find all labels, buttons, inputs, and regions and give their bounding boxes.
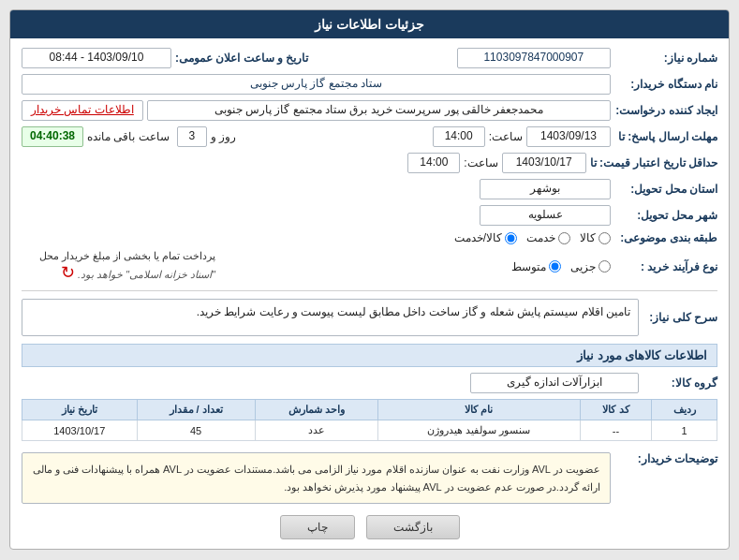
noe-motevaset-label: متوسط xyxy=(511,260,546,273)
tarikh-value: 1403/09/10 - 08:44 xyxy=(22,48,171,68)
col-tarikh: تاریخ نیاز xyxy=(22,400,138,420)
tabaghe-kala-khedmat-label: کالا/خدمت xyxy=(454,231,502,244)
payment-note: پرداخت تمام یا بخشی از مبلغ خریدار محل "… xyxy=(22,250,215,283)
ijad-konande-value: محمدجعفر خالقی پور سرپرست خرید برق ستاد … xyxy=(147,100,611,121)
page-title: جزئیات اطلاعات نیاز xyxy=(315,17,424,32)
mohlat-time: 14:00 xyxy=(433,126,485,147)
back-button[interactable]: بازگشت xyxy=(366,515,460,539)
mohlat-countdown: 04:40:38 xyxy=(22,126,83,147)
card-header: جزئیات اطلاعات نیاز xyxy=(10,10,729,38)
tozihat-label: توضیحات خریدار: xyxy=(614,452,717,465)
hadaghal-time-label: ساعت: xyxy=(464,156,497,169)
col-kod-kala: کد کالا xyxy=(580,400,652,420)
noe-jozii-radio[interactable] xyxy=(599,260,611,273)
cell-vahed: عدد xyxy=(255,420,377,441)
table-row: 1 -- سنسور سولفید هیدروژن عدد 45 1403/10… xyxy=(22,420,717,441)
hadaghal-label: حداقل تاریخ اعتبار قیمت: تا xyxy=(590,156,717,169)
tabaghe-kala-khedmat-radio[interactable] xyxy=(505,232,517,244)
sarh-value: تامین اقلام سیستم پایش شعله و گاز ساخت د… xyxy=(22,299,639,336)
table-head: ردیف کد کالا نام کالا واحد شمارش تعداد /… xyxy=(22,400,717,420)
tarikh-label: تاریخ و ساعت اعلان عمومی: xyxy=(175,52,308,65)
cell-nam: سنسور سولفید هیدروژن xyxy=(377,420,580,441)
shomare-niaz-row: شماره نیاز: 1103097847000907 تاریخ و ساع… xyxy=(22,48,717,68)
sarh-label: سرح کلی نیاز: xyxy=(643,311,717,324)
noe-jozii-option[interactable]: جزیی xyxy=(570,260,611,273)
noe-jozii-label: جزیی xyxy=(570,260,596,273)
tabaghe-kala-option[interactable]: کالا xyxy=(580,231,611,244)
nam-dastgah-value: ستاد مجتمع گاز پارس جنوبی xyxy=(22,74,611,95)
noe-motevaset-radio[interactable] xyxy=(549,260,561,273)
ostan-value: بوشهر xyxy=(480,179,611,199)
shahr-label: شهر محل تحویل: xyxy=(614,209,717,222)
card-body: شماره نیاز: 1103097847000907 تاریخ و ساع… xyxy=(10,38,729,549)
mohlat-row: مهلت ارسال پاسخ: تا 1403/09/13 ساعت: 14:… xyxy=(22,126,717,147)
tabaghe-khedmat-option[interactable]: خدمت xyxy=(526,231,570,244)
mohlat-countdown-label: ساعت باقی مانده xyxy=(87,130,170,143)
noe-farayand-label: نوع فرآیند خرید : xyxy=(614,260,717,273)
hadaghal-date: 1403/10/17 xyxy=(502,153,586,173)
hadaghal-time: 14:00 xyxy=(407,153,460,173)
group-kala-label: گروه کالا: xyxy=(643,376,717,390)
cell-radif: 1 xyxy=(652,420,717,441)
ostan-label: استان محل تحویل: xyxy=(614,183,717,196)
tabaghe-kala-radio[interactable] xyxy=(599,232,611,244)
table-body: 1 -- سنسور سولفید هیدروژن عدد 45 1403/10… xyxy=(22,420,717,441)
main-card: جزئیات اطلاعات نیاز شماره نیاز: 11030978… xyxy=(9,9,730,550)
etelaatTamas-link[interactable]: اطلاعات تماس خریدار xyxy=(22,100,143,121)
noe-motevaset-option[interactable]: متوسط xyxy=(511,260,561,273)
col-radif: ردیف xyxy=(652,400,717,420)
col-nam-kala: نام کالا xyxy=(377,400,580,420)
divider-1 xyxy=(22,290,717,291)
sarh-row: سرح کلی نیاز: تامین اقلام سیستم پایش شعل… xyxy=(22,299,717,336)
tozihat-value: عضویت در AVL وزارت نفت به عنوان سازنده ا… xyxy=(22,452,611,504)
red-arrow-icon: ↻ xyxy=(61,262,75,283)
noe-farayand-radio-group: جزیی متوسط xyxy=(417,260,611,273)
table-header-row: ردیف کد کالا نام کالا واحد شمارش تعداد /… xyxy=(22,400,717,420)
tabaghe-kala-khedmat-option[interactable]: کالا/خدمت xyxy=(454,231,517,244)
mohlat-date: 1403/09/13 xyxy=(526,126,611,147)
kala-table: ردیف کد کالا نام کالا واحد شمارش تعداد /… xyxy=(22,399,717,441)
cell-tarikh: 1403/10/17 xyxy=(22,420,138,441)
tabaghe-kala-label: کالا xyxy=(580,231,596,244)
shomare-niaz-label: شماره نیاز: xyxy=(614,52,717,65)
hadaghal-row: حداقل تاریخ اعتبار قیمت: تا 1403/10/17 س… xyxy=(22,153,717,173)
group-kala-value: ابزارآلات اندازه گیری xyxy=(470,373,639,393)
page-wrapper: جزئیات اطلاعات نیاز شماره نیاز: 11030978… xyxy=(0,0,739,560)
cell-kod: -- xyxy=(580,420,652,441)
cell-tedad: 45 xyxy=(137,420,255,441)
ijad-konande-row: ایجاد کننده درخواست: محمدجعفر خالقی پور … xyxy=(22,100,717,121)
tozihat-row: توضیحات خریدار: عضویت در AVL وزارت نفت ب… xyxy=(22,449,717,504)
col-tedad: تعداد / مقدار xyxy=(137,400,255,420)
mohlat-label: مهلت ارسال پاسخ: تا xyxy=(614,130,717,143)
group-kala-row: گروه کالا: ابزارآلات اندازه گیری xyxy=(22,373,717,393)
tabaghe-label: طبقه بندی موضوعی: xyxy=(614,231,717,244)
nam-dastgah-label: نام دستگاه خریدار: xyxy=(614,78,717,91)
mohlat-days: 3 xyxy=(177,126,207,147)
kala-info-title: اطلاعات کالاهای مورد نیاز xyxy=(22,344,717,367)
noe-farayand-row: نوع فرآیند خرید : جزیی متوسط پرداخت تمام… xyxy=(22,250,717,283)
mohlat-day-label: روز و xyxy=(211,130,236,143)
tabaghe-khedmat-label: خدمت xyxy=(526,231,555,244)
shahr-value: عسلویه xyxy=(480,205,611,226)
btn-row: بازگشت چاپ xyxy=(22,515,717,539)
mohlat-time-label: ساعت: xyxy=(489,130,523,143)
shomare-niaz-value: 1103097847000907 xyxy=(457,48,611,68)
col-vahed: واحد شمارش xyxy=(255,400,377,420)
tabaghe-khedmat-radio[interactable] xyxy=(558,232,570,244)
tabaghe-row: طبقه بندی موضوعی: کالا خدمت کالا/خدمت xyxy=(22,231,717,244)
shahr-row: شهر محل تحویل: عسلویه xyxy=(22,205,717,226)
print-button[interactable]: چاپ xyxy=(280,515,355,539)
ijad-konande-label: ایجاد کننده درخواست: xyxy=(614,104,717,117)
nam-dastgah-row: نام دستگاه خریدار: ستاد مجتمع گاز پارس ج… xyxy=(22,74,717,95)
tabaghe-radio-group: کالا خدمت کالا/خدمت xyxy=(22,231,611,244)
ostan-row: استان محل تحویل: بوشهر xyxy=(22,179,717,199)
